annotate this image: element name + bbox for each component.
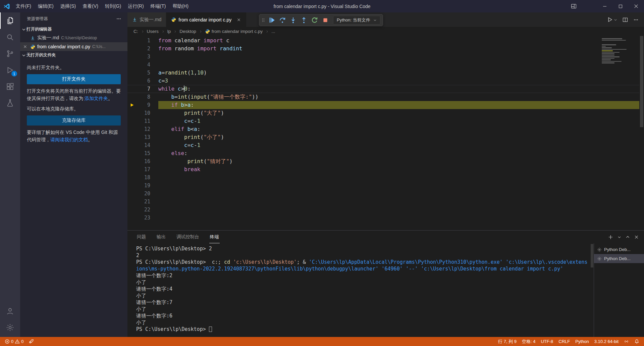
activity-search[interactable]: [0, 29, 20, 45]
code-line[interactable]: 6c=3: [127, 77, 639, 85]
git-docs-link[interactable]: 请阅读我们的文档: [50, 137, 88, 142]
settings-gear-icon[interactable]: [0, 319, 20, 336]
new-terminal-button[interactable]: [608, 235, 613, 240]
menu-item[interactable]: 转到(G): [102, 2, 124, 10]
encoding[interactable]: UTF-8: [538, 337, 556, 346]
code-line[interactable]: 3: [127, 53, 639, 61]
code-line[interactable]: 7while c>0:: [127, 85, 639, 93]
open-folder-button[interactable]: 打开文件夹: [27, 74, 121, 84]
breakpoint-gutter[interactable]: [127, 117, 137, 125]
breakpoint-gutter[interactable]: [127, 45, 137, 53]
layout-icon[interactable]: [571, 3, 577, 9]
activity-explorer[interactable]: [0, 12, 20, 29]
code-line[interactable]: 2from random import randint: [127, 45, 639, 53]
breakpoint-gutter[interactable]: [127, 165, 137, 174]
editor-tab[interactable]: 实验一.md: [127, 12, 166, 27]
eol-sequence[interactable]: CRLF: [556, 337, 573, 346]
code-line[interactable]: 23: [127, 214, 639, 222]
problems-status[interactable]: 0 0: [2, 337, 26, 346]
code-line[interactable]: 4: [127, 61, 639, 69]
minimap[interactable]: [601, 38, 638, 73]
drag-handle-icon[interactable]: [262, 17, 265, 23]
activity-source-control[interactable]: [0, 45, 20, 62]
menu-item[interactable]: 终端(T): [148, 2, 169, 10]
breakpoint-gutter[interactable]: [127, 109, 137, 117]
code-line[interactable]: 19: [127, 182, 639, 190]
breakpoint-gutter[interactable]: [127, 53, 137, 61]
breakpoint-gutter[interactable]: [127, 198, 137, 206]
rocket-icon[interactable]: [26, 337, 37, 346]
debug-step-out-button[interactable]: [299, 15, 309, 25]
accounts-icon[interactable]: [0, 303, 20, 319]
panel-tab[interactable]: 问题: [136, 231, 147, 243]
editor-tab[interactable]: from calendar import c.py: [166, 12, 246, 27]
breakpoint-gutter[interactable]: [127, 214, 137, 222]
clone-repo-button[interactable]: 克隆存储库: [27, 115, 121, 126]
bell-icon[interactable]: [632, 337, 642, 346]
breakpoint-gutter[interactable]: [127, 174, 137, 182]
activity-testing[interactable]: [0, 95, 20, 111]
code-editor[interactable]: 1from calendar import c2from random impo…: [127, 36, 644, 230]
run-file-button[interactable]: [607, 17, 617, 22]
code-line[interactable]: 14 c=c-1: [127, 141, 639, 149]
language-mode[interactable]: Python: [573, 337, 591, 346]
menu-item[interactable]: 帮助(H): [169, 2, 191, 10]
breadcrumb-item[interactable]: from calendar import c.py: [205, 29, 263, 34]
activity-extensions[interactable]: [0, 78, 20, 95]
breakpoint-gutter[interactable]: [127, 206, 137, 214]
debug-session-item[interactable]: Python Deb...: [594, 245, 644, 254]
breakpoint-gutter[interactable]: [127, 69, 137, 77]
open-editor-item[interactable]: from calendar import c.pyC:\Us...: [20, 42, 127, 51]
panel-tab[interactable]: 终端: [209, 231, 220, 243]
debug-step-over-button[interactable]: [277, 15, 287, 25]
debug-restart-button[interactable]: [310, 15, 320, 25]
close-button[interactable]: [628, 0, 644, 12]
breakpoint-gutter[interactable]: [127, 133, 137, 141]
cursor-position[interactable]: 行 7, 列 9: [495, 337, 519, 346]
menu-item[interactable]: 运行(R): [125, 2, 147, 10]
no-folder-header[interactable]: 无打开的文件夹: [20, 51, 127, 59]
python-interpreter[interactable]: 3.10.2 64-bit: [592, 337, 621, 346]
code-line[interactable]: 1from calendar import c: [127, 37, 639, 45]
editor-scrollbar[interactable]: [639, 36, 644, 230]
panel-tab[interactable]: 输出: [156, 231, 166, 243]
menu-item[interactable]: 选择(S): [57, 2, 79, 10]
code-line[interactable]: 22: [127, 206, 639, 214]
breakpoint-gutter[interactable]: [127, 141, 137, 149]
breadcrumb-item[interactable]: ...: [271, 29, 275, 34]
breakpoint-gutter[interactable]: [127, 61, 137, 69]
close-icon[interactable]: [236, 17, 241, 22]
code-line[interactable]: 18: [127, 174, 639, 182]
breadcrumb-item[interactable]: Users: [147, 29, 159, 34]
indentation[interactable]: 空格: 4: [519, 337, 538, 346]
breakpoint-gutter[interactable]: [127, 190, 137, 198]
breadcrumb-item[interactable]: C:: [133, 29, 138, 34]
code-line[interactable]: 11 c=c-1: [127, 117, 639, 125]
add-folder-link[interactable]: 添加文件夹: [85, 96, 108, 101]
code-line[interactable]: 20: [127, 190, 639, 198]
terminal-scrollbar[interactable]: [590, 243, 594, 337]
more-actions-icon[interactable]: [116, 16, 121, 21]
debug-step-into-button[interactable]: [288, 15, 298, 25]
debug-session-item[interactable]: Python Deb...: [594, 254, 644, 263]
breakpoint-gutter[interactable]: [127, 125, 137, 133]
code-line[interactable]: 10 print("大了"): [127, 109, 639, 117]
breakpoint-gutter[interactable]: [127, 182, 137, 190]
debug-continue-button[interactable]: [267, 15, 277, 25]
code-line[interactable]: 13 print("小了"): [127, 133, 639, 141]
panel-tab[interactable]: 调试控制台: [176, 231, 200, 243]
breakpoint-gutter[interactable]: [127, 85, 137, 93]
terminal[interactable]: PS C:\Users\lp\Desktop> 22PS C:\Users\lp…: [127, 243, 590, 337]
menu-item[interactable]: 文件(F): [13, 2, 34, 10]
breakpoint-gutter[interactable]: [127, 93, 137, 101]
menu-item[interactable]: 查看(V): [79, 2, 101, 10]
breakpoint-gutter[interactable]: [127, 149, 137, 157]
breakpoint-gutter[interactable]: [127, 37, 137, 45]
code-line[interactable]: 17 break: [127, 165, 639, 174]
debug-profile-dropdown[interactable]: Python: 当前文件: [333, 16, 380, 24]
maximize-panel-icon[interactable]: [626, 235, 630, 239]
breadcrumb-item[interactable]: Desktop: [179, 29, 196, 34]
minimize-button[interactable]: [597, 0, 612, 12]
code-line[interactable]: 12 elif b<a:: [127, 125, 639, 133]
open-editor-item[interactable]: 实验一.mdC:\Users\lp\Desktop: [20, 34, 127, 42]
